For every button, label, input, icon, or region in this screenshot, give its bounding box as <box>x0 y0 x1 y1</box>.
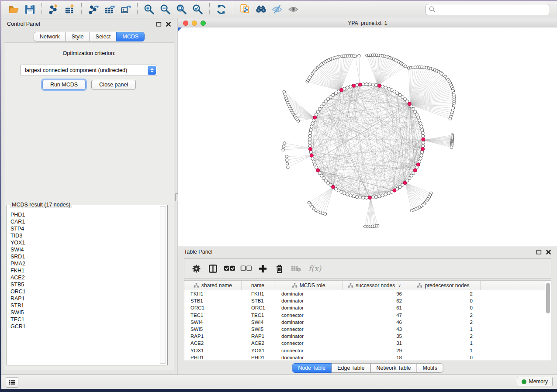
select-all-columns-button[interactable] <box>222 261 237 276</box>
table-cell: 61 <box>343 305 406 310</box>
mcds-result-item[interactable]: PHD1 <box>10 211 160 218</box>
network-canvas[interactable] <box>178 28 557 246</box>
table-row[interactable]: TEC1TEC1connector472 <box>184 312 551 319</box>
window-close-button[interactable] <box>183 21 188 26</box>
show-all-button[interactable] <box>285 3 301 17</box>
table-row[interactable]: FKH1FKH1dominator962 <box>184 290 551 297</box>
mcds-result-item[interactable]: GCR1 <box>10 323 160 330</box>
mcds-result-item[interactable]: STB5 <box>10 281 160 288</box>
tab-network[interactable]: Network <box>34 32 66 41</box>
run-mcds-button[interactable]: Run MCDS <box>42 80 86 89</box>
table-cell: 0 <box>406 305 481 310</box>
table-cell: 46 <box>343 320 406 325</box>
mcds-list-scrollbar[interactable] <box>160 206 166 364</box>
network-window-titlebar: YPA_prune.txt_1 <box>178 18 557 28</box>
table-row[interactable]: YOX1YOX1connector291 <box>184 347 551 354</box>
hide-selected-button[interactable] <box>269 3 285 17</box>
mcds-result-list[interactable]: PHD1CAR1STP4TID3YOX1SWI4SRD1PMA2FKH1ACE2… <box>8 210 160 364</box>
table-row[interactable]: PHD1PHD1dominator180 <box>184 354 551 361</box>
mcds-result-item[interactable]: TID3 <box>10 232 160 239</box>
table-cell: connector <box>274 327 343 332</box>
delete-columns-button[interactable] <box>272 261 287 276</box>
mcds-result-item[interactable]: FKH1 <box>10 267 160 274</box>
save-session-button[interactable] <box>22 3 38 17</box>
function-builder-button[interactable]: f(x) <box>308 264 321 273</box>
mcds-tab-content: Optimization criterion: largest connecte… <box>4 42 174 371</box>
first-neighbors-button[interactable] <box>253 3 269 17</box>
tab-select[interactable]: Select <box>90 32 117 41</box>
mcds-result-item[interactable]: SWI4 <box>10 246 160 253</box>
delete-table-button[interactable] <box>288 261 304 276</box>
column-header-successor-nodes[interactable]: successor nodes∨ <box>343 281 406 290</box>
mcds-result-item[interactable]: TEC1 <box>10 316 160 323</box>
import-table-button[interactable] <box>62 3 78 17</box>
add-column-button[interactable] <box>255 261 270 276</box>
deselect-all-columns-button[interactable] <box>239 261 254 276</box>
zoom-selected-button[interactable] <box>190 3 206 17</box>
close-table-panel-icon[interactable] <box>546 249 551 255</box>
toolbar-separator <box>209 3 210 16</box>
task-history-button[interactable] <box>6 377 18 388</box>
column-header-predecessor-nodes[interactable]: predecessor nodes <box>406 281 481 290</box>
table-cell: 35 <box>343 334 406 339</box>
table-cell: 2 <box>406 334 481 339</box>
criterion-dropdown[interactable]: largest connected component (undirected) <box>20 65 157 76</box>
memory-button[interactable]: Memory <box>517 377 553 386</box>
mcds-result-item[interactable]: RAP1 <box>10 295 160 302</box>
column-header-name[interactable]: name <box>242 281 274 290</box>
zoom-out-button[interactable] <box>157 3 173 17</box>
table-cell: dominator <box>274 320 343 325</box>
export-image-button[interactable] <box>118 3 134 17</box>
control-panel-tabs: NetworkStyleSelectMCDS <box>34 32 145 41</box>
mcds-result-item[interactable]: YOX1 <box>10 239 160 246</box>
tab-network-table[interactable]: Network Table <box>370 363 417 373</box>
tab-style[interactable]: Style <box>66 32 90 41</box>
tab-node-table[interactable]: Node Table <box>292 363 332 373</box>
table-row[interactable]: SWI5SWI5connector431 <box>184 326 551 333</box>
table-row[interactable]: ACE2ACE2connector311 <box>184 340 551 347</box>
table-cell: SWI4 <box>242 320 274 325</box>
mcds-result-item[interactable]: STB1 <box>10 302 160 309</box>
table-row[interactable]: RAP1RAP1dominator352 <box>184 333 551 340</box>
table-row[interactable]: ORC1ORC1dominator610 <box>184 304 551 311</box>
float-table-panel-icon[interactable] <box>536 249 542 255</box>
column-header-filler <box>481 281 551 290</box>
network-graph[interactable] <box>178 28 557 246</box>
table-cell: STB1 <box>184 298 242 303</box>
refresh-view-button[interactable] <box>213 3 229 17</box>
float-control-panel-icon[interactable] <box>156 21 162 27</box>
mcds-result-item[interactable]: ACE2 <box>10 274 160 281</box>
zoom-fit-button[interactable] <box>173 3 190 17</box>
window-minimize-button[interactable] <box>192 21 197 26</box>
open-session-button[interactable] <box>6 3 22 17</box>
tab-mcds[interactable]: MCDS <box>116 32 145 41</box>
tab-edge-table[interactable]: Edge Table <box>331 363 370 373</box>
export-network-button[interactable] <box>85 3 101 17</box>
mcds-result-item[interactable]: SRD1 <box>10 253 160 260</box>
network-copy-button[interactable] <box>237 3 253 17</box>
column-header-shared-name[interactable]: shared name <box>184 281 242 290</box>
show-columns-button[interactable] <box>205 261 221 276</box>
mcds-result-title: MCDS result (17 nodes) <box>10 202 72 208</box>
table-scrollbar[interactable] <box>545 281 551 361</box>
close-control-panel-icon[interactable] <box>166 21 171 27</box>
table-row[interactable]: SWI4SWI4dominator462 <box>184 319 551 326</box>
zoom-in-button[interactable] <box>141 3 157 17</box>
optimization-criterion-label: Optimization criterion: <box>4 50 174 56</box>
mcds-result-item[interactable]: SWI5 <box>10 309 160 316</box>
table-settings-button[interactable] <box>189 261 204 276</box>
close-mcds-panel-button[interactable]: Close panel <box>91 80 136 89</box>
search-input[interactable] <box>426 4 550 15</box>
table-scrollbar-thumb[interactable] <box>546 283 550 313</box>
table-row[interactable]: STB1STB1dominator620 <box>184 297 551 304</box>
mcds-result-item[interactable]: ORC1 <box>10 288 160 295</box>
export-table-button[interactable] <box>101 3 118 17</box>
mcds-result-item[interactable]: CAR1 <box>10 218 160 225</box>
mcds-result-item[interactable]: STP4 <box>10 225 160 232</box>
import-network-button[interactable] <box>45 3 62 17</box>
mcds-result-item[interactable]: PMA2 <box>10 260 160 267</box>
column-header-MCDS-role[interactable]: MCDS role <box>274 281 343 290</box>
table-tabs: Node TableEdge TableNetwork TableMotifs <box>292 363 443 373</box>
tab-motifs[interactable]: Motifs <box>416 363 443 373</box>
window-zoom-button[interactable] <box>201 21 206 26</box>
